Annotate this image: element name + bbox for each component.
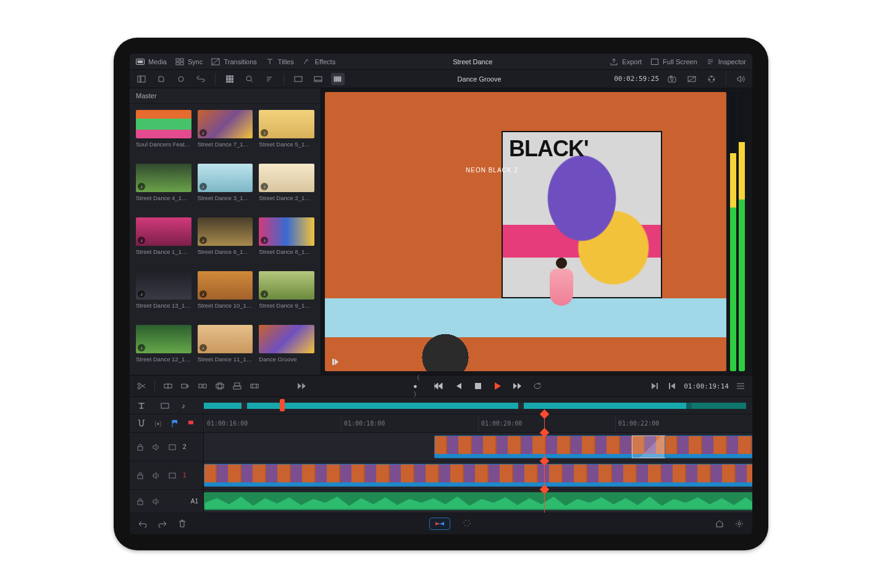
lock-icon[interactable] [135, 442, 146, 453]
search-button[interactable] [243, 73, 256, 85]
overview-track[interactable] [204, 403, 746, 409]
tab-effects[interactable]: Effects [303, 57, 335, 66]
snap-toggle[interactable] [136, 418, 146, 429]
mute-icon[interactable] [151, 470, 162, 481]
overview-playhead[interactable] [280, 399, 285, 411]
tab-media[interactable]: Media [136, 57, 167, 66]
sort-button[interactable] [262, 73, 276, 85]
sync-bin-button[interactable] [174, 73, 188, 85]
viewer-mode-2[interactable] [311, 73, 325, 85]
smart-insert[interactable] [162, 380, 174, 392]
clip-thumb[interactable]: ♪Street Dance 10_1… [198, 271, 253, 319]
settings-button[interactable] [734, 518, 745, 529]
undo-button[interactable] [137, 518, 148, 529]
track-layout[interactable] [159, 400, 170, 411]
lock-icon[interactable] [135, 470, 146, 481]
tab-fullscreen[interactable]: Full Screen [650, 57, 697, 66]
timeline-ruler[interactable]: [●] 01:00:16:00 01:00:18:00 01:00:20:00 … [130, 414, 752, 433]
timeline-menu[interactable] [735, 380, 746, 392]
viewer[interactable] [321, 88, 752, 375]
step-back[interactable] [453, 380, 464, 392]
transition[interactable] [632, 435, 669, 458]
stop[interactable] [472, 380, 484, 392]
timeline-overview[interactable]: ♪ [130, 397, 752, 414]
import-button[interactable] [154, 73, 168, 85]
prev-clip[interactable] [666, 380, 678, 392]
mark-in-icon[interactable] [330, 356, 341, 368]
monitor-icon[interactable] [167, 470, 178, 481]
delete-button[interactable] [177, 518, 188, 529]
play[interactable] [492, 380, 503, 392]
home-button[interactable] [714, 518, 725, 529]
redo-button[interactable] [157, 518, 168, 529]
record-timecode[interactable]: 01:00:19:14 [684, 382, 729, 390]
prev-edit[interactable]: 〈 ● 〉 [413, 380, 424, 392]
step-fwd[interactable] [512, 380, 523, 392]
track-head-v2[interactable]: 2 [130, 433, 204, 461]
timeline-playhead[interactable] [544, 490, 545, 513]
viewer-mode-1[interactable] [292, 73, 305, 85]
clip-thumb[interactable]: ♪Street Dance 6_1… [198, 217, 253, 265]
svg-rect-28 [670, 76, 672, 77]
viewer-mode-3[interactable] [331, 73, 345, 85]
clip-thumb[interactable]: ♪Street Dance 2_1… [259, 164, 314, 211]
clip-thumb[interactable]: Soul Dancers Feat… [136, 110, 191, 158]
text-tool[interactable] [136, 400, 147, 411]
audio-toggle[interactable]: ♪ [178, 400, 189, 411]
fast-review[interactable] [296, 380, 307, 392]
monitor-icon[interactable] [167, 442, 178, 453]
bin-name[interactable]: Master [130, 88, 321, 104]
marker-red[interactable] [187, 418, 197, 429]
track-body-v2[interactable] [204, 433, 752, 461]
track-head-a1[interactable]: A1 [130, 490, 204, 513]
tab-titles[interactable]: Titles [266, 57, 294, 66]
preview-frame[interactable] [325, 92, 726, 371]
track-body-v1[interactable] [204, 461, 752, 489]
clip-thumb[interactable]: ♪Street Dance 12_1… [136, 325, 191, 372]
clip-label: Street Dance 3_1… [198, 192, 253, 201]
clip-thumb[interactable]: ♪Street Dance 7_1… [198, 110, 253, 158]
source-timecode[interactable]: 00:02:59:25 [614, 75, 659, 83]
clip-thumb[interactable]: ♪Street Dance 1_1… [136, 217, 191, 265]
link-button[interactable] [194, 73, 208, 85]
clip-thumb[interactable]: ♪Street Dance 3_1… [198, 164, 253, 211]
tab-inspector[interactable]: Inspector [706, 57, 746, 66]
scopes-button[interactable] [705, 73, 718, 85]
mute-icon[interactable] [151, 496, 162, 507]
grab-still-button[interactable] [665, 73, 679, 85]
track-body-a1[interactable] [204, 490, 752, 513]
clip-thumb[interactable]: ♪Street Dance 13_1… [136, 271, 191, 319]
tab-export[interactable]: Export [610, 57, 642, 66]
loop[interactable] [532, 380, 543, 392]
clip-thumb[interactable]: ♪Street Dance 4_1… [136, 164, 191, 211]
source-overwrite[interactable] [249, 380, 260, 392]
volume-button[interactable] [734, 73, 747, 85]
flag-blue[interactable] [170, 418, 180, 429]
clip-thumb[interactable]: ♪Street Dance 11_1… [198, 325, 253, 372]
tab-sync[interactable]: Sync [175, 57, 203, 66]
ripple-overwrite[interactable] [197, 380, 208, 392]
marker-tool[interactable]: [●] [153, 418, 163, 429]
mute-icon[interactable] [151, 442, 162, 453]
clip-thumb[interactable]: ♪Street Dance 8_1… [259, 217, 314, 265]
clip-thumb[interactable]: ♪Street Dance 9_1… [259, 271, 314, 319]
place-on-top[interactable] [232, 380, 243, 392]
clip-thumb[interactable]: ♪Street Dance 5_1… [259, 110, 314, 158]
go-start[interactable] [433, 380, 444, 392]
clip-thumb[interactable]: Dance Groove [259, 325, 314, 372]
video-clip[interactable] [204, 464, 752, 487]
close-up[interactable] [214, 380, 225, 392]
lock-icon[interactable] [135, 496, 146, 507]
grid-view-button[interactable] [223, 73, 237, 85]
tab-transitions[interactable]: Transitions [211, 57, 256, 66]
track-head-v1[interactable]: 1 [130, 461, 204, 489]
append[interactable] [180, 380, 191, 392]
next-clip[interactable] [649, 380, 660, 392]
bypass-button[interactable] [685, 73, 699, 85]
pool-layout-button[interactable] [135, 73, 148, 85]
cut-page-button[interactable] [429, 518, 450, 530]
split-tool[interactable] [136, 380, 147, 392]
audio-clip[interactable] [204, 492, 752, 510]
ruler-scale[interactable]: 01:00:16:00 01:00:18:00 01:00:20:00 01:0… [204, 414, 752, 432]
video-clip[interactable] [665, 435, 752, 458]
